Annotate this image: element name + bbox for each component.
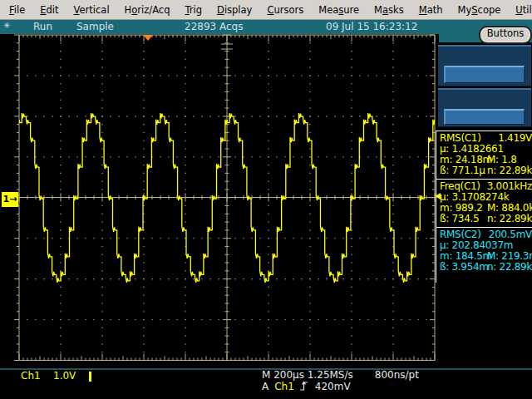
measurement-panel-rms-c1[interactable]: RMS(C1)1.419Vµ: 1.4182661m: 24.18mM: 1.8… xyxy=(436,131,532,179)
trigger-readout: ACh1 420mV xyxy=(262,380,351,392)
meas-stat-left: ß: 734.5 xyxy=(440,214,487,224)
meas-value: 200.5mV xyxy=(489,229,532,240)
timebase-label: M 200µs xyxy=(262,369,304,381)
control-slider-bar-2[interactable] xyxy=(444,109,525,125)
trigger-prefix-label: A xyxy=(262,381,268,392)
ch1-position-marker xyxy=(89,372,91,382)
trigger-source-label: Ch1 xyxy=(274,381,294,392)
measurement-panel-freq-c1[interactable]: Freq(C1)3.001kHzµ: 3.1708274km: 989.2M: … xyxy=(436,179,532,227)
meas-title: Freq(C1) xyxy=(440,180,480,192)
ch1-scale: 1.0V xyxy=(53,370,76,382)
ch1-label: Ch1 xyxy=(21,370,41,382)
meas-stat-row: ß: 3.954mn: 22.89k xyxy=(440,262,532,273)
meas-stat-right: n: 22.89k xyxy=(487,214,532,224)
measurement-readouts: RMS(C1)1.419Vµ: 1.4182661m: 24.18mM: 1.8… xyxy=(436,131,532,283)
meas-stat-right: n: 22.89k xyxy=(487,165,532,176)
ch1-readout[interactable]: Ch1 1.0V xyxy=(21,370,41,382)
rising-edge-icon xyxy=(299,380,308,392)
timebase-readout: M 200µs 1.25MS/s800ns/pt xyxy=(262,369,419,381)
control-slider-bar-1[interactable] xyxy=(444,66,525,83)
resolution-label: 800ns/pt xyxy=(375,369,419,381)
meas-value: 3.001kHz xyxy=(487,180,532,192)
meas-stat-row: ß: 734.5n: 22.89k xyxy=(440,214,532,224)
sample-rate-label: 1.25MS/s xyxy=(308,369,353,381)
oscilloscope-screen: FileEditVerticalHoriz/AcqTrigDisplayCurs… xyxy=(0,0,532,399)
meas-stat-left: ß: 771.1µ xyxy=(440,165,487,176)
meas-stat-right: n: 22.89k xyxy=(487,262,532,273)
meas-title: RMS(C2) xyxy=(440,229,481,240)
control-slider-box-2[interactable] xyxy=(438,88,531,127)
meas-stat-left: ß: 3.954m xyxy=(440,262,487,273)
ch1-ground-marker[interactable]: 1→ xyxy=(2,192,18,207)
measurement-panel-rms-c2[interactable]: RMS(C2)200.5mVµ: 202.84037mm: 184.5mM: 2… xyxy=(436,227,532,283)
meas-title: RMS(C1) xyxy=(440,132,481,144)
meas-value: 1.419V xyxy=(498,132,532,144)
control-slider-box-1[interactable] xyxy=(438,45,531,86)
meas-stat-row: ß: 771.1µn: 22.89k xyxy=(440,165,532,176)
trigger-level-label: 420mV xyxy=(315,381,351,392)
